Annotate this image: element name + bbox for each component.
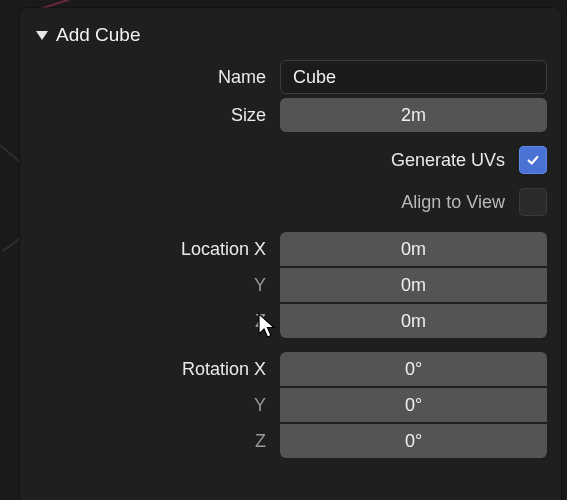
location-z-input[interactable] [280, 304, 547, 338]
panel-header[interactable]: Add Cube [34, 18, 547, 60]
location-x-label: Location X [34, 232, 280, 266]
location-y-label: Y [34, 268, 280, 302]
generate-uvs-label: Generate UVs [391, 150, 505, 171]
rotation-z-label: Z [34, 424, 280, 458]
check-icon [526, 153, 540, 167]
align-to-view-label: Align to View [401, 192, 505, 213]
name-input[interactable] [280, 60, 547, 94]
size-input[interactable] [280, 98, 547, 132]
rotation-y-input[interactable] [280, 388, 547, 422]
size-label: Size [34, 98, 280, 132]
location-z-label: Z [34, 304, 280, 338]
operator-panel: Add Cube Name Size Generate UVs Align to… [20, 8, 561, 500]
align-to-view-checkbox[interactable] [519, 188, 547, 216]
location-y-input[interactable] [280, 268, 547, 302]
panel-title: Add Cube [56, 24, 141, 46]
name-label: Name [34, 60, 280, 94]
disclosure-triangle-icon[interactable] [36, 31, 48, 40]
rotation-x-input[interactable] [280, 352, 547, 386]
rotation-x-label: Rotation X [34, 352, 280, 386]
location-x-input[interactable] [280, 232, 547, 266]
rotation-y-label: Y [34, 388, 280, 422]
rotation-z-input[interactable] [280, 424, 547, 458]
generate-uvs-checkbox[interactable] [519, 146, 547, 174]
